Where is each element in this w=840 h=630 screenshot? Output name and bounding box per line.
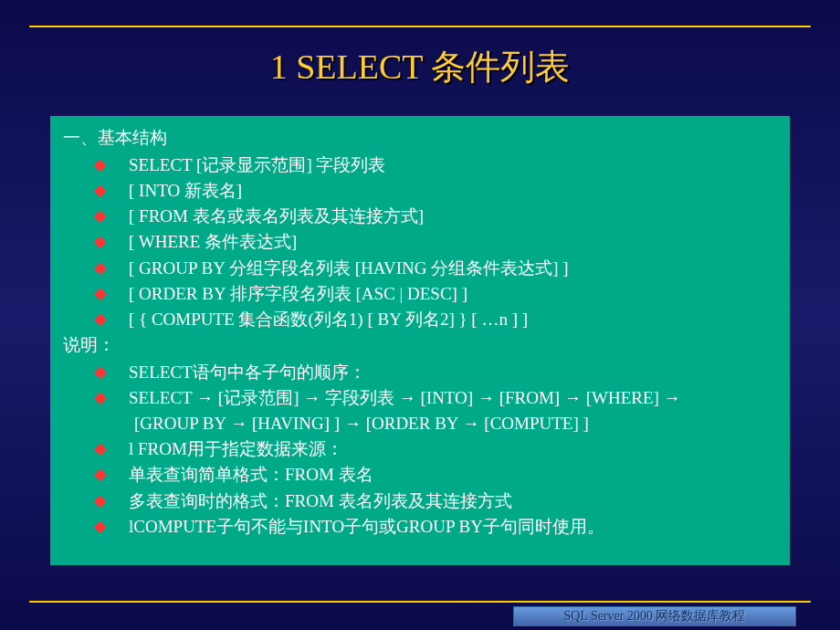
list-item: ◆ 多表查询时的格式：FROM 表名列表及其连接方式	[63, 488, 777, 514]
item-text: [ FROM 表名或表名列表及其连接方式]	[129, 204, 777, 229]
item-text: [ ORDER BY 排序字段名列表 [ASC | DESC] ]	[129, 281, 777, 307]
bullet-icon: ◆	[94, 152, 107, 177]
bullet-icon: ◆	[94, 307, 107, 331]
list-item: ◆ l FROM用于指定数据来源：	[63, 436, 777, 462]
item-text: [ { COMPUTE 集合函数(列名1) [ BY 列名2] } [ …n ]…	[129, 307, 777, 332]
list-item: ◆ SELECT → [记录范围] → 字段列表 → [INTO] → [FRO…	[63, 385, 777, 411]
item-text: 多表查询时的格式：FROM 表名列表及其连接方式	[129, 488, 777, 514]
footer-text: SQL Server 2000 网络数据库教程	[564, 608, 746, 625]
bottom-divider	[29, 601, 811, 603]
list-item: ◆ [ WHERE 条件表达式]	[63, 229, 777, 255]
bullet-icon: ◆	[94, 281, 107, 306]
bullet-icon: ◆	[94, 256, 107, 280]
bullet-icon: ◆	[94, 436, 107, 461]
footer-bar: SQL Server 2000 网络数据库教程	[513, 606, 796, 626]
section2-header: 说明：	[63, 332, 777, 358]
list-item: ◆ SELECT语句中各子句的顺序：	[63, 360, 777, 385]
top-divider	[29, 26, 811, 27]
bullet-icon: ◆	[94, 462, 107, 487]
list-item: ◆ lCOMPUTE子句不能与INTO子句或GROUP BY子句同时使用。	[63, 514, 777, 540]
list-item: ◆ [ { COMPUTE 集合函数(列名1) [ BY 列名2] } [ …n…	[63, 307, 777, 332]
item-text: [ GROUP BY 分组字段名列表 [HAVING 分组条件表达式] ]	[129, 256, 777, 281]
bullet-icon: ◆	[94, 360, 107, 384]
title-text: 1 SELECT 条件列表	[270, 47, 571, 86]
item-text: [ WHERE 条件表达式]	[129, 229, 777, 255]
bullet-icon: ◆	[94, 514, 107, 539]
item-text: l FROM用于指定数据来源：	[129, 436, 777, 462]
section1-header: 一、基本结构	[63, 125, 777, 151]
bullet-icon: ◆	[94, 488, 107, 513]
bullet-icon: ◆	[94, 178, 107, 203]
slide-title: 1 SELECT 条件列表 1 SELECT 条件列表	[0, 44, 840, 90]
list-item: ◆ SELECT [记录显示范围] 字段列表	[63, 152, 777, 178]
bullet-icon: ◆	[94, 385, 107, 410]
bullet-icon: ◆	[94, 204, 107, 228]
content-area: 一、基本结构 ◆ SELECT [记录显示范围] 字段列表 ◆ [ INTO 新…	[50, 116, 790, 565]
bullet-icon: ◆	[94, 229, 107, 254]
item-text: SELECT [记录显示范围] 字段列表	[129, 152, 777, 178]
item-text: lCOMPUTE子句不能与INTO子句或GROUP BY子句同时使用。	[129, 514, 777, 540]
item-text: 单表查询简单格式：FROM 表名	[129, 462, 777, 488]
list-item: ◆ [ ORDER BY 排序字段名列表 [ASC | DESC] ]	[63, 281, 777, 307]
list-item: ◆ [ GROUP BY 分组字段名列表 [HAVING 分组条件表达式] ]	[63, 256, 777, 281]
list-item: ◆ 单表查询简单格式：FROM 表名	[63, 462, 777, 488]
item-text: SELECT → [记录范围] → 字段列表 → [INTO] → [FROM]…	[129, 385, 777, 411]
item-text: [ INTO 新表名]	[129, 178, 777, 204]
item-continuation: [GROUP BY → [HAVING] ] → [ORDER BY → [CO…	[63, 411, 777, 436]
list-item: ◆ [ INTO 新表名]	[63, 178, 777, 204]
item-text: SELECT语句中各子句的顺序：	[129, 360, 777, 385]
list-item: ◆ [ FROM 表名或表名列表及其连接方式]	[63, 204, 777, 229]
